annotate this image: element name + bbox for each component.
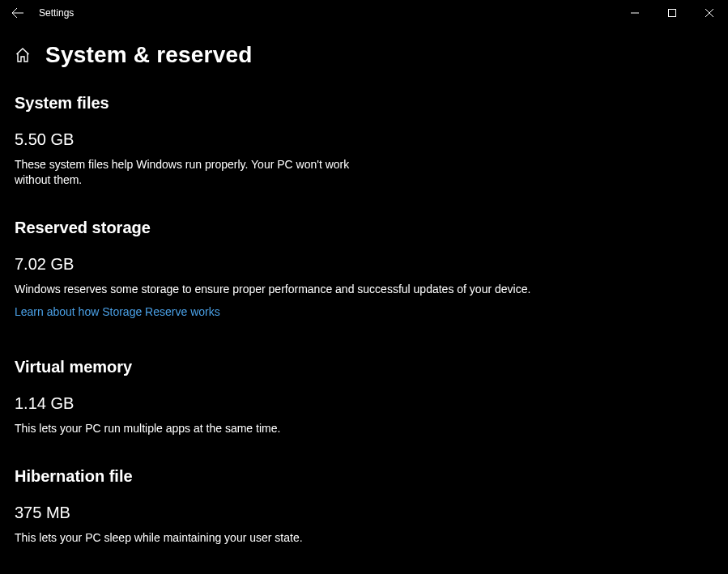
window-controls — [616, 0, 728, 26]
section-reserved-storage: Reserved storage 7.02 GB Windows reserve… — [15, 219, 713, 319]
reserved-storage-title: Reserved storage — [15, 219, 713, 237]
hibernation-file-desc: This lets your PC sleep while maintainin… — [15, 530, 533, 546]
close-icon — [705, 9, 713, 17]
reserved-storage-desc: Windows reserves some storage to ensure … — [15, 282, 533, 297]
home-icon — [15, 47, 31, 63]
home-button[interactable] — [15, 47, 31, 63]
back-arrow-icon — [11, 6, 24, 19]
titlebar: Settings — [0, 0, 728, 26]
section-hibernation-file: Hibernation file 375 MB This lets your P… — [15, 467, 713, 546]
svg-rect-0 — [669, 10, 676, 17]
hibernation-file-title: Hibernation file — [15, 467, 713, 486]
system-files-title: System files — [15, 94, 713, 113]
close-button[interactable] — [691, 0, 728, 26]
reserved-storage-value: 7.02 GB — [15, 255, 713, 274]
system-files-value: 5.50 GB — [15, 130, 713, 149]
system-files-desc: These system files help Windows run prop… — [15, 157, 355, 188]
maximize-icon — [668, 9, 676, 17]
section-virtual-memory: Virtual memory 1.14 GB This lets your PC… — [15, 358, 713, 436]
window-title: Settings — [36, 7, 74, 19]
content-area: System & reserved System files 5.50 GB T… — [0, 26, 728, 545]
section-system-files: System files 5.50 GB These system files … — [15, 94, 713, 188]
back-button[interactable] — [0, 0, 36, 26]
storage-reserve-link[interactable]: Learn about how Storage Reserve works — [15, 305, 220, 318]
maximize-button[interactable] — [653, 0, 691, 26]
virtual-memory-desc: This lets your PC run multiple apps at t… — [15, 421, 533, 436]
page-header: System & reserved — [15, 42, 713, 68]
virtual-memory-value: 1.14 GB — [15, 394, 713, 413]
page-title: System & reserved — [45, 42, 253, 68]
virtual-memory-title: Virtual memory — [15, 358, 713, 376]
minimize-button[interactable] — [616, 0, 653, 26]
minimize-icon — [631, 9, 639, 17]
hibernation-file-value: 375 MB — [15, 504, 713, 522]
